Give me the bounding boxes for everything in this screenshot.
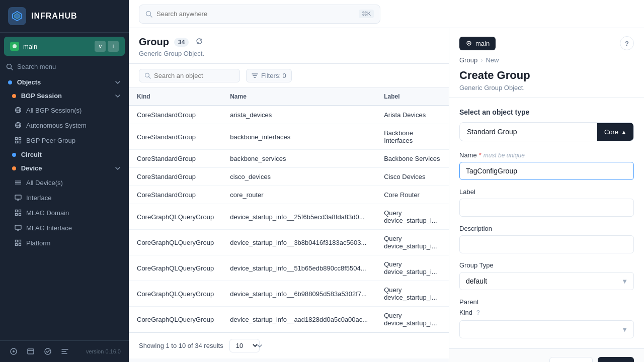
name-form-group: Name * must be unique	[459, 151, 634, 180]
bgp-session-header[interactable]: BGP Session	[0, 89, 129, 103]
bgp-chevron-icon	[115, 93, 121, 99]
table-body: CoreStandardGroup arista_devices Arista …	[129, 106, 449, 332]
svg-rect-30	[19, 240, 21, 242]
sidebar-item-mlag-domain[interactable]: MLAG Domain	[0, 205, 129, 220]
group-type-select[interactable]: default internal external	[459, 272, 634, 290]
footer-icon-2[interactable]	[25, 346, 36, 357]
cell-kind: CoreStandardGroup	[129, 124, 222, 150]
cancel-button[interactable]: Cancel	[549, 357, 593, 362]
cell-kind: CoreGraphQLQueryGroup	[129, 230, 222, 255]
col-name: Name	[222, 88, 376, 106]
data-table: Kind Name Label CoreStandardGroup arista…	[129, 88, 449, 332]
panel-body: Select an object type Standard Group Cor…	[449, 98, 644, 348]
table-row[interactable]: CoreStandardGroup arista_devices Arista …	[129, 106, 449, 124]
footer-icon-1[interactable]	[8, 346, 19, 357]
circuit-label: Circuit	[21, 151, 42, 158]
sidebar-item-platform[interactable]: Platform	[0, 235, 129, 250]
table-row[interactable]: CoreStandardGroup backbone_services Back…	[129, 150, 449, 168]
mlag-interface-label: MLAG Interface	[26, 224, 72, 232]
search-icon	[6, 63, 13, 70]
branch-add-btn[interactable]: +	[108, 41, 119, 52]
globe-icon	[14, 106, 22, 114]
name-required: *	[479, 151, 481, 159]
breadcrumb-group[interactable]: Group	[459, 56, 477, 64]
parent-kind-help[interactable]: ?	[476, 309, 480, 316]
group-type-label: Group Type	[459, 261, 634, 269]
table-row[interactable]: CoreGraphQLQueryGroup device_startup_inf…	[129, 204, 449, 230]
global-search-bar[interactable]: ⌘K	[139, 5, 380, 24]
table-row[interactable]: CoreStandardGroup core_router Core Route…	[129, 186, 449, 204]
objects-section-header[interactable]: Objects	[0, 75, 129, 89]
footer-icon-4[interactable]	[59, 346, 70, 357]
bgp-peer-group-label: BGP Peer Group	[26, 137, 75, 144]
table-row[interactable]: CoreStandardGroup backbone_interfaces Ba…	[129, 124, 449, 150]
refresh-icon[interactable]	[196, 38, 203, 46]
svg-rect-25	[19, 214, 21, 216]
footer-icon-3[interactable]	[42, 346, 53, 357]
right-panel-header: main ? Group › New Create Group Generic …	[449, 28, 644, 98]
search-shortcut: ⌘K	[359, 10, 374, 18]
name-input[interactable]	[459, 162, 634, 180]
device-header[interactable]: Device	[0, 161, 129, 175]
object-type-selector[interactable]: Standard Group Core ▲	[459, 122, 634, 141]
cell-kind: CoreStandardGroup	[129, 168, 222, 186]
filter-icon	[252, 72, 258, 79]
sidebar-item-mlag-interface[interactable]: MLAG Interface	[0, 220, 129, 235]
cell-label: Query device_startup_i...	[376, 204, 449, 230]
sidebar-item-bgp-peer-group[interactable]: BGP Peer Group	[0, 133, 129, 148]
main-tab[interactable]: main	[459, 37, 496, 50]
table-row[interactable]: CoreStandardGroup cisco_devices Cisco De…	[129, 168, 449, 186]
parent-label: Parent	[459, 298, 634, 306]
circuit-dot	[12, 153, 16, 157]
table-search[interactable]	[139, 69, 240, 82]
table-row[interactable]: CoreGraphQLQueryGroup device_startup_inf…	[129, 230, 449, 255]
svg-point-43	[468, 43, 470, 44]
col-kind: Kind	[129, 88, 222, 106]
cell-name: arista_devices	[222, 106, 376, 124]
svg-rect-26	[15, 225, 21, 229]
table-row[interactable]: CoreGraphQLQueryGroup device_startup_inf…	[129, 255, 449, 281]
sidebar-item-autonomous-system[interactable]: Autonomous System	[0, 118, 129, 133]
sidebar: INFRAHUB main ∨ + Search menu Ob	[0, 0, 129, 362]
branch-expand-btn[interactable]: ∨	[95, 41, 106, 52]
mlag-domain-icon	[14, 209, 22, 217]
sidebar-search-label: Search menu	[17, 63, 56, 70]
svg-rect-32	[19, 244, 21, 246]
label-input[interactable]	[459, 199, 634, 217]
platform-icon	[14, 239, 22, 247]
parent-section: Parent Kind ? ▼	[459, 298, 634, 338]
table-search-input[interactable]	[154, 72, 234, 79]
help-button[interactable]: ?	[620, 36, 634, 50]
sidebar-item-all-devices[interactable]: All Device(s)	[0, 175, 129, 190]
object-type-value: Standard Group	[460, 123, 597, 141]
main-tab-label: main	[475, 40, 490, 47]
parent-select-wrapper: ▼	[459, 320, 634, 338]
group-type-select-wrapper: default internal external ▼	[459, 272, 634, 290]
parent-kind-select[interactable]	[459, 320, 634, 338]
mlag-interface-icon	[14, 224, 22, 232]
sidebar-item-all-bgp-sessions[interactable]: All BGP Session(s)	[0, 103, 129, 118]
filter-button[interactable]: Filters: 0	[246, 69, 292, 82]
cell-label: Cisco Devices	[376, 168, 449, 186]
save-button[interactable]: Save	[598, 357, 634, 362]
svg-line-4	[11, 68, 13, 70]
table-row[interactable]: CoreGraphQLQueryGroup device_startup_inf…	[129, 281, 449, 307]
page-size-select[interactable]: 102550100	[229, 339, 260, 352]
cell-label: Core Router	[376, 186, 449, 204]
branch-selector[interactable]: main ∨ +	[4, 37, 125, 56]
description-input[interactable]	[459, 235, 634, 253]
circuit-header[interactable]: Circuit	[0, 148, 129, 161]
global-search-input[interactable]	[156, 10, 355, 18]
platform-label: Platform	[26, 239, 50, 247]
branch-name: main	[23, 43, 37, 50]
cell-kind: CoreStandardGroup	[129, 106, 222, 124]
sidebar-search-row[interactable]: Search menu	[0, 60, 129, 73]
object-type-badge[interactable]: Core ▲	[597, 123, 633, 141]
main-content: ⌘K Group 34 Generic Group Object.	[129, 0, 644, 362]
svg-rect-12	[19, 138, 21, 140]
svg-point-34	[13, 350, 15, 352]
sidebar-item-interface[interactable]: Interface	[0, 190, 129, 205]
svg-rect-14	[19, 141, 21, 143]
app-name: INFRAHUB	[31, 12, 77, 21]
table-row[interactable]: CoreGraphQLQueryGroup device_startup_inf…	[129, 307, 449, 332]
